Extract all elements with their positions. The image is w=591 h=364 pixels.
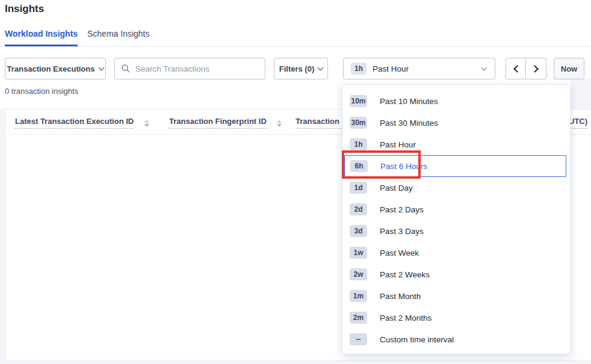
search-icon bbox=[121, 64, 131, 73]
time-range-option[interactable]: 2w Past 2 Weeks bbox=[342, 264, 570, 285]
column-header-label: Transaction Fingerprint ID bbox=[169, 117, 267, 129]
now-button[interactable]: Now bbox=[554, 58, 584, 79]
tab-workload-insights[interactable]: Workload Insights bbox=[5, 29, 78, 46]
time-range-option[interactable]: 1d Past Day bbox=[342, 177, 570, 199]
time-range-option[interactable]: -- Custom time interval bbox=[342, 329, 570, 350]
page-background-left bbox=[0, 109, 5, 364]
time-range-option-label: Past 2 Weeks bbox=[380, 270, 430, 279]
time-range-option[interactable]: 30m Past 30 Minutes bbox=[342, 112, 570, 134]
time-range-option-badge: 10m bbox=[350, 95, 367, 107]
page-title: Insights bbox=[5, 3, 44, 15]
time-range-option-label: Past Month bbox=[380, 292, 421, 301]
previous-time-button[interactable] bbox=[506, 58, 526, 79]
time-range-option[interactable]: 1h Past Hour bbox=[342, 134, 570, 155]
time-range-badge: 1h bbox=[351, 63, 367, 75]
search-input[interactable] bbox=[135, 64, 259, 73]
chevron-down-icon bbox=[481, 64, 487, 70]
time-range-option-badge: 30m bbox=[350, 117, 367, 129]
time-range-option-label: Past 30 Minutes bbox=[380, 119, 438, 128]
page-background-bottom bbox=[0, 360, 591, 364]
time-range-option-badge: 2d bbox=[350, 203, 367, 215]
time-range-option-label: Past 2 Months bbox=[380, 313, 432, 322]
chevron-down-icon bbox=[318, 64, 324, 70]
column-header[interactable]: Latest Transaction Execution ID bbox=[15, 117, 149, 129]
sort-ascending-icon bbox=[277, 120, 282, 123]
column-header-label: Latest Transaction Execution ID bbox=[15, 117, 134, 129]
time-range-option[interactable]: 2m Past 2 Months bbox=[342, 307, 570, 329]
time-range-option-badge: 6h bbox=[350, 160, 368, 172]
time-range-option-label: Past 6 Hours bbox=[380, 162, 427, 171]
time-range-option[interactable]: 10m Past 10 Minutes bbox=[342, 90, 570, 112]
time-range-option[interactable]: 3d Past 3 Days bbox=[342, 220, 570, 242]
search-box[interactable] bbox=[114, 58, 265, 79]
tab-schema-insights[interactable]: Schema Insights bbox=[87, 29, 150, 39]
chevron-right-icon bbox=[531, 65, 539, 73]
time-range-option-label: Past 3 Days bbox=[380, 227, 424, 236]
filters-button[interactable]: Filters (0) bbox=[274, 58, 328, 79]
time-range-option-label: Past Hour bbox=[380, 140, 416, 149]
transaction-type-label: Transaction Executions bbox=[7, 64, 95, 73]
time-range-option-label: Past Week bbox=[380, 248, 419, 258]
time-pager bbox=[506, 58, 546, 79]
transaction-type-select[interactable]: Transaction Executions bbox=[5, 58, 106, 79]
time-range-option-badge: 1m bbox=[350, 290, 367, 302]
filters-label: Filters (0) bbox=[279, 64, 315, 73]
time-range-option-label: Past Day bbox=[380, 184, 413, 193]
chevron-down-icon bbox=[99, 64, 105, 70]
time-range-option-badge: 2w bbox=[350, 268, 367, 280]
column-header[interactable]: UTC) bbox=[569, 117, 587, 129]
time-range-option-badge: 1w bbox=[350, 247, 367, 259]
sort-descending-icon bbox=[277, 124, 282, 127]
sort-ascending-icon bbox=[144, 120, 149, 123]
time-range-option[interactable]: 1m Past Month bbox=[342, 285, 570, 307]
insights-page: Insights Workload Insights Schema Insigh… bbox=[0, 0, 591, 364]
sort-icon[interactable] bbox=[144, 120, 149, 127]
sort-descending-icon bbox=[144, 124, 149, 127]
sort-icon[interactable] bbox=[277, 120, 282, 127]
column-header[interactable]: Transaction Fingerprint ID bbox=[169, 117, 282, 129]
tab-bar: Workload Insights Schema Insights bbox=[0, 28, 591, 47]
time-range-label: Past Hour bbox=[373, 64, 409, 73]
chevron-left-icon bbox=[513, 65, 521, 73]
time-range-option-label: Custom time interval bbox=[380, 335, 454, 344]
time-range-option-badge: 2m bbox=[350, 312, 367, 324]
column-header-label: UTC) bbox=[569, 117, 587, 129]
time-range-dropdown: 10m Past 10 Minutes 30m Past 30 Minutes … bbox=[342, 84, 571, 354]
time-range-option[interactable]: 1w Past Week bbox=[342, 242, 570, 264]
time-range-option-badge: 1d bbox=[350, 182, 367, 194]
time-range-option-badge: 3d bbox=[350, 225, 367, 237]
page-background-topright bbox=[571, 79, 591, 109]
time-range-option[interactable]: 6h Past 6 Hours bbox=[344, 155, 566, 177]
time-range-option-label: Past 10 Minutes bbox=[380, 97, 438, 106]
next-time-button[interactable] bbox=[526, 58, 546, 79]
insights-count: 0 transaction insights bbox=[5, 87, 78, 96]
time-range-option-badge: 1h bbox=[350, 138, 367, 150]
time-range-option-label: Past 2 Days bbox=[380, 205, 424, 214]
time-range-option-badge: -- bbox=[350, 333, 367, 345]
time-range-select[interactable]: 1h Past Hour bbox=[343, 58, 495, 79]
time-range-option[interactable]: 2d Past 2 Days bbox=[342, 199, 570, 220]
